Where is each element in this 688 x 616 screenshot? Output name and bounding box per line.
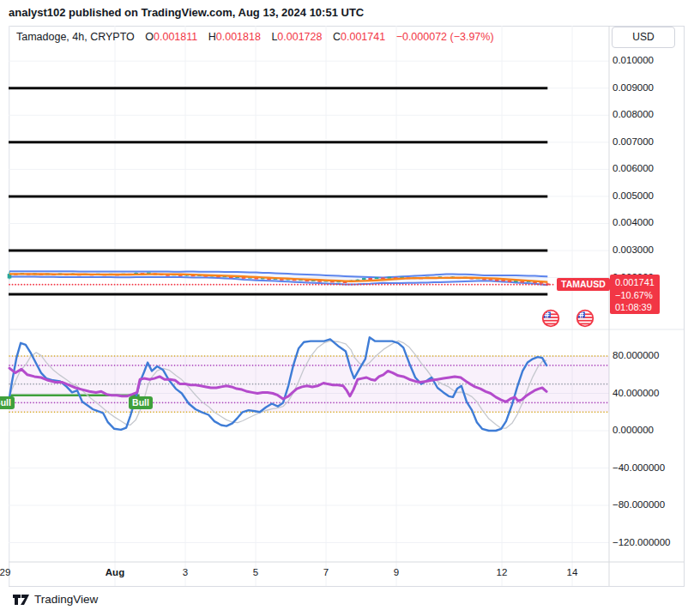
time-axis-label: 12: [481, 567, 522, 577]
high-label: H: [208, 31, 216, 43]
series-price-label: TAMAUSD: [557, 278, 610, 291]
last-change-pct: −10.67%: [615, 289, 660, 302]
bull-signal-badge: Bull: [129, 396, 153, 409]
time-axis-label: 9: [376, 567, 417, 577]
osc-scale-label: −80.000000: [613, 499, 665, 510]
high-value: 0.001818: [216, 31, 261, 43]
last-price-badge: 0.001741 −10.67% 01:08:39: [610, 275, 660, 314]
price-scale-label: 0.006000: [613, 163, 654, 173]
currency-toggle-button[interactable]: USD: [612, 27, 675, 48]
change-value: −0.000072 (−3.97%): [396, 31, 494, 43]
open-value: 0.001811: [154, 31, 197, 43]
us-flag-icon: [577, 311, 594, 327]
close-label: C: [333, 31, 341, 43]
tradingview-attribution-text: TradingView: [34, 593, 98, 606]
close-value: 0.001741: [341, 31, 385, 43]
us-flag-icon: [543, 311, 559, 327]
candle-body: [495, 280, 499, 281]
symbol-title: Tamadoge, 4h, CRYPTO: [16, 31, 135, 43]
last-price: 0.001741: [615, 276, 660, 289]
time-axis-label: 5: [235, 567, 276, 577]
price-scale-label: 0.003000: [613, 245, 654, 255]
candle-body: [508, 281, 512, 282]
osc-scale-label: −120.000000: [613, 537, 670, 547]
price-scale-label: 0.005000: [613, 190, 654, 201]
symbol-legend[interactable]: Tamadoge, 4h, CRYPTO O0.001811 H0.001818…: [16, 31, 494, 43]
time-axis-label: 7: [305, 567, 347, 577]
publish-note: analyst102 published on TradingView.com,…: [9, 6, 364, 19]
chart-canvas[interactable]: [0, 26, 684, 586]
price-scale-label: 0.008000: [613, 109, 654, 119]
time-axis-label: 3: [165, 567, 206, 577]
bar-countdown: 01:08:39: [615, 301, 660, 314]
osc-scale-label: 0.000000: [613, 425, 654, 435]
time-axis-label: 14: [552, 567, 593, 577]
price-scale-label: 0.009000: [613, 82, 654, 93]
candle-body: [368, 278, 372, 280]
bull-signal-badge: Bull: [0, 396, 15, 409]
candle-body: [375, 277, 379, 279]
osc-scale-label: −40.000000: [613, 462, 665, 473]
osc-scale-label: 80.000000: [613, 350, 659, 360]
price-scale-label: 0.010000: [613, 55, 654, 65]
tradingview-logo-icon: [12, 594, 30, 606]
low-value: 0.001728: [277, 31, 322, 43]
time-axis-label: 29: [0, 567, 26, 577]
open-label: O: [145, 31, 154, 43]
tradingview-attribution[interactable]: TradingView: [12, 593, 98, 606]
price-scale-label: 0.007000: [613, 136, 654, 147]
time-axis-label: Aug: [94, 567, 136, 577]
candle-body: [388, 277, 392, 279]
candle-body: [362, 278, 366, 280]
tradingview-published-chart: { "header": {"note": "analyst102 publish…: [0, 0, 688, 616]
osc-scale-label: 40.000000: [613, 388, 659, 398]
price-scale-label: 0.004000: [613, 217, 654, 227]
